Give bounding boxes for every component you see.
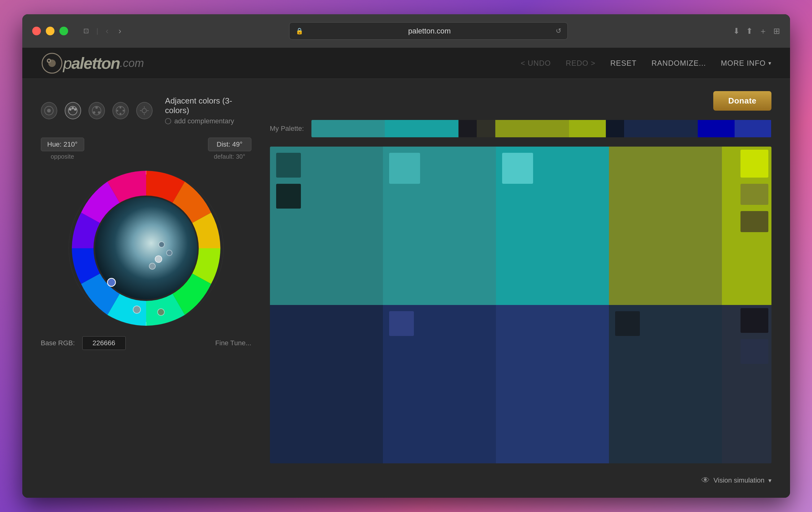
inner-swatch-dark-teal: [615, 311, 640, 336]
vision-chevron-icon[interactable]: ▾: [768, 477, 772, 484]
browser-window: ⊡ | ‹ › 🔒 paletton.com ↺ ⬇ ⬆ ＋ ⊞: [22, 14, 790, 498]
wheel-dot-right-bottom[interactable]: [157, 309, 164, 316]
minimize-button[interactable]: [46, 27, 55, 35]
palette-swatch-7[interactable]: [624, 120, 698, 137]
svg-point-9: [74, 108, 77, 111]
chevron-down-icon: ▾: [768, 60, 772, 66]
wheel-dot-2[interactable]: [167, 250, 172, 256]
redo-button[interactable]: REDO >: [566, 59, 595, 68]
palette-swatch-3[interactable]: [477, 120, 495, 137]
add-complementary-label: add complementary: [174, 117, 234, 125]
grid-cell-dark-accents[interactable]: [722, 305, 772, 463]
inner-swatch-blue1: [389, 311, 414, 336]
base-rgb-input[interactable]: [82, 336, 126, 350]
palette-strip: [312, 120, 772, 137]
palette-swatch-6[interactable]: [606, 120, 624, 137]
grid-cell-navy-1[interactable]: [270, 305, 383, 463]
reload-button[interactable]: ↺: [556, 27, 561, 35]
palette-section: My Palette:: [270, 120, 772, 137]
scheme-icon-tetrad[interactable]: [112, 102, 129, 119]
color-wheel-container[interactable]: [66, 168, 227, 329]
palette-swatch-8[interactable]: [698, 120, 734, 137]
maximize-button[interactable]: [59, 27, 68, 35]
scheme-icon-settings[interactable]: [136, 102, 153, 119]
traffic-lights: [32, 27, 68, 35]
scheme-icon-triad[interactable]: [89, 102, 105, 119]
color-wheel[interactable]: [66, 168, 227, 329]
vision-label: Vision simulation: [714, 476, 765, 484]
dist-sublabel: default: 30°: [208, 153, 251, 160]
left-panel: Adjacent colors (3-colors) add complemen…: [41, 91, 251, 485]
palette-swatch-4[interactable]: [495, 120, 569, 137]
inner-swatch-teal-bright: [502, 153, 533, 184]
inner-swatch-olive2: [741, 184, 768, 205]
inner-swatch-navy2: [741, 339, 768, 364]
scheme-icon-mono[interactable]: [41, 102, 57, 119]
palette-swatch-5[interactable]: [569, 120, 606, 137]
palette-label: My Palette:: [270, 125, 304, 133]
wheel-dot-blue[interactable]: [108, 278, 115, 286]
main-area: Adjacent colors (3-colors) add complemen…: [22, 79, 790, 498]
wheel-dot-1[interactable]: [149, 263, 155, 269]
undo-button[interactable]: < UNDO: [521, 59, 551, 68]
new-tab-button[interactable]: ＋: [759, 26, 767, 36]
wheel-dot-3[interactable]: [159, 242, 164, 247]
palette-swatch-9[interactable]: [734, 120, 772, 137]
grid-cell-lime[interactable]: [722, 146, 772, 305]
randomize-button[interactable]: RANDOMIZE...: [651, 59, 706, 68]
more-info-label: MORE INFO: [721, 59, 766, 68]
color-grid-wrapper: [270, 146, 772, 463]
forward-button[interactable]: ›: [116, 25, 124, 37]
browser-controls: ⊡ | ‹ ›: [81, 25, 124, 37]
close-button[interactable]: [32, 27, 41, 35]
inner-swatch-dark2: [276, 184, 301, 209]
donate-button[interactable]: Donate: [713, 91, 771, 111]
sidebar-toggle-button[interactable]: ⊡: [81, 27, 92, 35]
divider-icon: |: [96, 27, 98, 35]
grid-cell-navy-2[interactable]: [383, 305, 496, 463]
svg-point-11: [93, 111, 95, 114]
top-right: Donate: [270, 91, 772, 111]
svg-point-12: [98, 111, 100, 114]
logo-dotcom: .com: [120, 57, 144, 70]
dist-label[interactable]: Dist: 49°: [208, 138, 251, 151]
svg-point-3: [48, 60, 50, 62]
grid-cell-dark-teal[interactable]: [609, 305, 722, 463]
svg-point-8: [71, 107, 74, 109]
palette-swatch-1[interactable]: [385, 120, 459, 137]
grid-cell-olive[interactable]: [609, 146, 722, 305]
more-info-button[interactable]: MORE INFO ▾: [721, 59, 772, 68]
inner-swatch-olive3: [741, 211, 768, 232]
grid-cell-teal-1[interactable]: [270, 146, 383, 305]
svg-point-19: [142, 108, 146, 113]
fine-tune-button[interactable]: Fine Tune...: [215, 339, 251, 347]
vision-row: 👁 Vision simulation ▾: [270, 473, 772, 485]
back-button[interactable]: ‹: [103, 25, 111, 37]
palette-swatch-0[interactable]: [312, 120, 385, 137]
hue-label[interactable]: Hue: 210°: [41, 138, 84, 151]
grid-cell-teal-2[interactable]: [383, 146, 496, 305]
palette-swatch-2[interactable]: [459, 120, 477, 137]
wheel-dot-bottom[interactable]: [133, 306, 141, 313]
grid-cell-dark-blue[interactable]: [496, 305, 609, 463]
grid-cell-teal-3[interactable]: [496, 146, 609, 305]
address-bar[interactable]: 🔒 paletton.com ↺: [289, 22, 568, 40]
svg-point-13: [95, 106, 98, 109]
reset-button[interactable]: RESET: [610, 59, 636, 68]
address-bar-container: 🔒 paletton.com ↺: [131, 22, 726, 40]
logo-area: paletton .com: [41, 52, 144, 74]
logo-icon: [41, 52, 63, 74]
app-nav: paletton .com < UNDO REDO > RESET RANDOM…: [22, 48, 790, 79]
scheme-icon-adjacent[interactable]: [65, 102, 81, 119]
base-rgb-label: Base RGB:: [41, 339, 75, 347]
share-button[interactable]: ⬆: [746, 26, 753, 36]
inner-swatch-teal-light: [389, 153, 420, 184]
wheel-dot-center[interactable]: [155, 256, 162, 263]
app-content: paletton .com < UNDO REDO > RESET RANDOM…: [22, 48, 790, 498]
scheme-subtitle: add complementary: [165, 117, 251, 125]
download-button[interactable]: ⬇: [733, 26, 740, 36]
grid-view-button[interactable]: ⊞: [773, 26, 780, 36]
browser-titlebar: ⊡ | ‹ › 🔒 paletton.com ↺ ⬇ ⬆ ＋ ⊞: [22, 14, 790, 48]
complementary-checkbox[interactable]: [165, 118, 171, 124]
scheme-title: Adjacent colors (3-colors): [165, 96, 251, 115]
